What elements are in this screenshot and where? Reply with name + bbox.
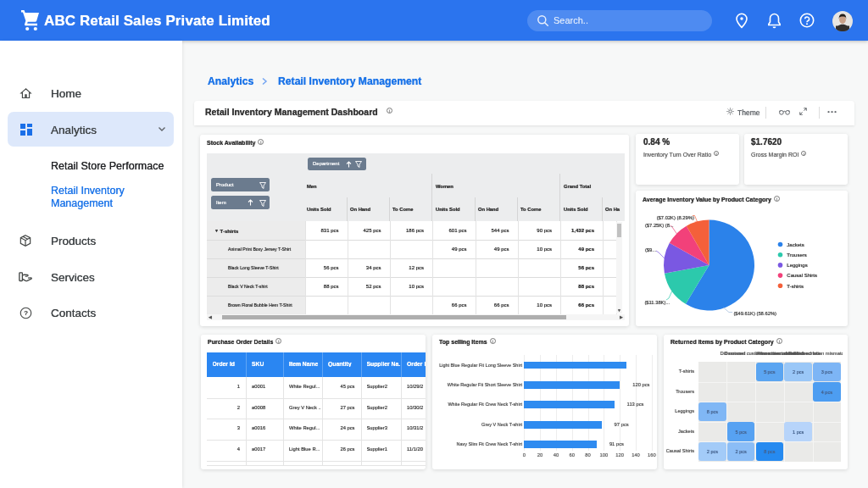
svg-text:($11.38K)...: ($11.38K)...	[644, 300, 670, 305]
svg-text:Leggings: Leggings	[787, 263, 807, 268]
svg-text:Trousers: Trousers	[787, 252, 806, 258]
svg-text:Jackets: Jackets	[787, 242, 804, 247]
svg-text:($7.02K) (8.29%): ($7.02K) (8.29%)	[657, 215, 694, 220]
svg-text:($7.25K) (8...: ($7.25K) (8...	[645, 223, 674, 228]
svg-text:?: ?	[24, 309, 28, 317]
svg-text:($9...: ($9...	[645, 247, 657, 252]
svg-text:T-shirts: T-shirts	[787, 284, 804, 289]
svg-text:Causal Shirts: Causal Shirts	[787, 273, 817, 278]
svg-text:($49.61K) (58.62%): ($49.61K) (58.62%)	[733, 311, 776, 316]
